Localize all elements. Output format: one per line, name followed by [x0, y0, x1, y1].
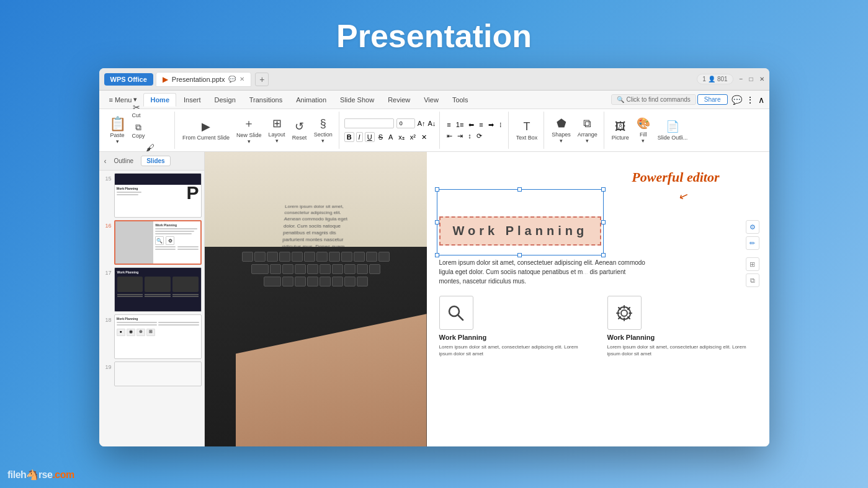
line-spacing-button[interactable]: ↕	[466, 131, 473, 141]
align-right-button[interactable]: ➡	[486, 120, 496, 130]
slide-item-17[interactable]: 17 Work Planning	[102, 267, 202, 312]
copy-button[interactable]: ⧉ Copy	[130, 122, 147, 140]
handle-bc[interactable]	[517, 253, 522, 257]
tab-view[interactable]: View	[418, 94, 445, 106]
tab-tools[interactable]: Tools	[446, 94, 475, 106]
fill-button[interactable]: 🎨 Fill ▾	[633, 115, 653, 145]
slide-item-16[interactable]: 16 Work Planning 🔍 ⚙	[102, 220, 202, 265]
numbering-button[interactable]: 1≡	[454, 120, 466, 130]
slide-thumb-19[interactable]	[114, 362, 202, 386]
close-button[interactable]: ✕	[759, 76, 764, 82]
slide-num-19: 19	[102, 362, 112, 370]
slide-item-18[interactable]: 18 Work Planning	[102, 314, 202, 359]
icon-block-0: Work Planning Lorem ipsum dolor sit amet…	[439, 296, 589, 357]
handle-tc[interactable]	[517, 187, 522, 192]
handle-mr[interactable]	[601, 220, 606, 224]
font-shrink-icon[interactable]: A↓	[428, 120, 436, 127]
more-icon[interactable]: ⋮	[746, 95, 754, 105]
font-color-button[interactable]: A	[387, 133, 395, 141]
superscript-button[interactable]: x²	[408, 133, 418, 141]
text-box-button[interactable]: T Text Box	[514, 119, 540, 142]
slide-thumb-15[interactable]: Work Planning P	[114, 173, 202, 218]
bullets-button[interactable]: ≡	[445, 120, 452, 130]
new-slide-label: New Slide	[236, 132, 262, 138]
minimize-button[interactable]: −	[740, 76, 743, 82]
picture-label: Picture	[612, 135, 629, 141]
bold-button[interactable]: B	[344, 132, 354, 142]
outline-tab[interactable]: Outline	[109, 156, 139, 166]
section-button[interactable]: § Section ▾	[311, 116, 335, 145]
tab-slideshow[interactable]: Slide Show	[334, 94, 380, 106]
handle-ml[interactable]	[435, 220, 439, 224]
subscript-button[interactable]: x₂	[396, 133, 406, 142]
new-slide-button[interactable]: ＋ New Slide ▾	[234, 115, 264, 146]
panel-header: ‹ Outline Slides	[99, 152, 204, 171]
collapse-icon[interactable]: ∧	[758, 95, 764, 105]
tab-animation[interactable]: Animation	[290, 94, 333, 106]
handle-tl[interactable]	[435, 187, 439, 192]
slide-thumb-17[interactable]: Work Planning	[114, 267, 202, 312]
arrange-button[interactable]: ⧉ Arrange ▾	[575, 116, 600, 145]
align-center-button[interactable]: ≡	[477, 120, 485, 130]
wps-tab[interactable]: WPS Office	[104, 73, 153, 86]
font-grow-icon[interactable]: A↑	[418, 120, 426, 127]
arrange-arrow: ▾	[586, 138, 589, 144]
from-current-slide-button[interactable]: ▶ From Current Slide	[180, 118, 232, 142]
align-left-button[interactable]: ⬅	[467, 120, 476, 130]
format-painter-icon: 🖌	[146, 143, 154, 153]
icon-desc-1: Lorem ipsum dolor sit amet, consectetuer…	[607, 344, 757, 357]
add-tab-button[interactable]: +	[255, 73, 269, 86]
slide-item-15[interactable]: 15 Work Planning P	[102, 173, 202, 218]
tab-transitions[interactable]: Transitions	[243, 94, 289, 106]
user-badge: 1 👤 801	[697, 74, 733, 84]
strikethrough-button[interactable]: S	[377, 133, 385, 141]
comment-icon[interactable]: 💬	[732, 95, 742, 105]
shapes-button[interactable]: ⬟ Shapes ▾	[549, 115, 573, 145]
slide-item-19[interactable]: 19	[102, 362, 202, 386]
cut-label: Cut	[132, 112, 141, 118]
layout-button[interactable]: ⊞ Layout ▾	[266, 115, 288, 145]
reset-icon: ↺	[295, 120, 304, 133]
clear-format-button[interactable]: ✕	[419, 133, 429, 142]
arrange-icon: ⧉	[583, 117, 591, 130]
handle-br[interactable]	[601, 253, 606, 257]
maximize-button[interactable]: □	[749, 76, 753, 82]
edit-tool-button[interactable]: ✏	[746, 236, 759, 250]
arrange-label: Arrange	[578, 131, 597, 138]
font-family-input[interactable]	[344, 118, 394, 128]
file-tab[interactable]: ▶ Presentation.pptx 💬 ✕	[156, 72, 252, 87]
indent-decrease-button[interactable]: ⇤	[445, 131, 454, 141]
paste-button[interactable]: 📋 Paste ▾	[107, 115, 128, 146]
direction-button[interactable]: ⟳	[475, 131, 484, 141]
columns-button[interactable]: ⫶	[497, 120, 504, 130]
slide-outline-button[interactable]: 📄 Slide Outli...	[655, 118, 691, 142]
find-command-input[interactable]: 🔍 Click to find commands	[611, 94, 696, 105]
panel-back-button[interactable]: ‹	[104, 157, 107, 166]
handle-bl[interactable]	[435, 253, 439, 257]
slides-tab[interactable]: Slides	[141, 156, 170, 166]
font-group: 0 A↑ A↓ B I U S A x₂ x² ✕	[341, 112, 441, 149]
indent-increase-button[interactable]: ⇥	[455, 131, 465, 141]
slide-thumb-16[interactable]: Work Planning 🔍 ⚙	[114, 220, 202, 265]
style-tool-button[interactable]: ⚙	[746, 220, 759, 234]
cut-button[interactable]: ✂ Cut	[130, 102, 143, 119]
work-planning-title[interactable]: Work Planning	[439, 216, 602, 246]
font-size-input[interactable]: 0	[396, 118, 415, 128]
layers-tool-button[interactable]: ⧉	[746, 273, 759, 287]
picture-button[interactable]: 🖼 Picture	[609, 119, 632, 142]
app-window: WPS Office ▶ Presentation.pptx 💬 ✕ + 1 👤…	[99, 68, 769, 446]
reset-button[interactable]: ↺ Reset	[290, 118, 310, 142]
italic-button[interactable]: I	[356, 132, 363, 142]
file-close-icon[interactable]: ✕	[239, 76, 244, 82]
slide-num-16: 16	[102, 220, 112, 229]
svg-point-2	[621, 310, 627, 316]
handle-tr[interactable]	[601, 187, 606, 192]
underline-button[interactable]: U	[365, 132, 375, 142]
layout-tool-button[interactable]: ⊞	[746, 257, 759, 271]
tab-insert[interactable]: Insert	[177, 94, 207, 106]
share-button[interactable]: Share	[697, 94, 728, 105]
slide-thumb-18[interactable]: Work Planning	[114, 314, 202, 359]
tab-design[interactable]: Design	[208, 94, 242, 106]
book-text: Lorem ipsum dolor sit amet, consectetur …	[279, 201, 352, 253]
tab-review[interactable]: Review	[382, 94, 416, 106]
